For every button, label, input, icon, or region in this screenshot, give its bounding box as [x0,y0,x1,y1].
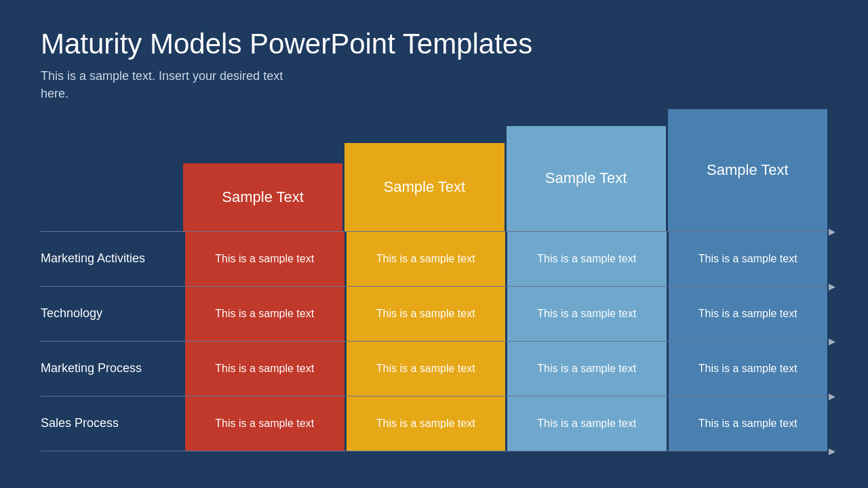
slide-title: Maturity Models PowerPoint Templates [41,27,827,61]
divider-bottom [41,451,827,451]
slide-subtitle: This is a sample text. Insert your desir… [41,68,298,102]
cell-4-2: This is a sample text [347,396,506,451]
divider-3 [41,396,827,396]
row-label-2: Technology [41,287,183,341]
column-headers-row: Sample Text Sample Text Sample Text Samp… [183,123,827,231]
cell-3-1: This is a sample text [185,342,344,396]
table-row: Technology This is a sample text This is… [41,287,827,341]
table-area: Sample Text Sample Text Sample Text Samp… [41,123,827,468]
divider-line-0 [41,231,827,232]
divider-line-bottom [41,451,827,451]
divider-1 [41,286,827,287]
cell-2-2: This is a sample text [347,287,506,341]
cell-1-1: This is a sample text [185,232,344,286]
row-label-1: Marketing Activities [41,232,183,286]
divider-0 [41,231,827,232]
data-table: Marketing Activities This is a sample te… [41,231,827,451]
table-row: Marketing Activities This is a sample te… [41,232,827,286]
cell-1-3: This is a sample text [507,232,667,286]
row-label-4: Sales Process [41,396,183,451]
table-row: Sales Process This is a sample text This… [41,396,827,451]
row-label-3: Marketing Process [41,342,183,396]
divider-line-3 [41,396,827,396]
column-header-1: Sample Text [183,163,342,231]
column-header-4: Sample Text [668,109,827,231]
slide: Maturity Models PowerPoint Templates Thi… [0,0,868,488]
cell-1-4: This is a sample text [669,232,828,286]
cell-4-3: This is a sample text [507,396,667,451]
divider-line-2 [41,341,827,342]
cell-2-4: This is a sample text [669,287,828,341]
column-header-3: Sample Text [507,126,666,231]
divider-line-1 [41,286,827,287]
table-row: Marketing Process This is a sample text … [41,342,827,396]
cell-3-3: This is a sample text [507,342,667,396]
cell-1-2: This is a sample text [347,232,506,286]
cell-2-3: This is a sample text [507,287,667,341]
cell-4-1: This is a sample text [185,396,344,451]
cell-3-4: This is a sample text [669,342,828,396]
cell-3-2: This is a sample text [347,342,506,396]
divider-2 [41,341,827,342]
column-header-2: Sample Text [344,143,504,231]
cell-2-1: This is a sample text [185,287,344,341]
cell-4-4: This is a sample text [669,396,828,451]
